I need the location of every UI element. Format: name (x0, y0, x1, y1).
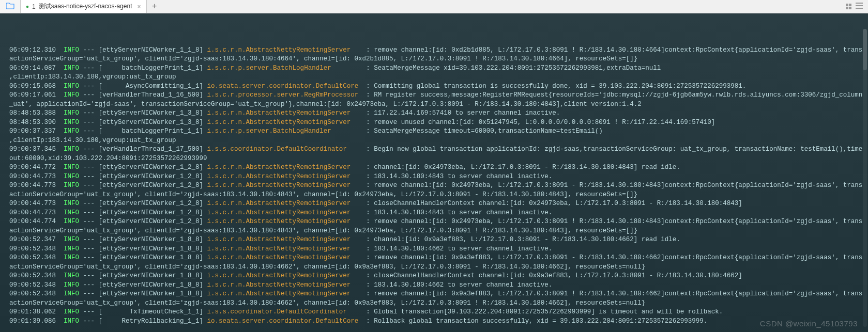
log-line: 09:00:52.347 INFO --- [ettyServerNICWork… (9, 235, 864, 245)
log-line: 06:09:12.310 INFO --- [ettyServerNICWork… (9, 46, 864, 64)
log-line: 09:00:52.348 INFO --- [ettyServerNICWork… (9, 290, 864, 308)
watermark: CSDN @weixin_45103793 (760, 319, 858, 328)
svg-rect-1 (856, 5, 863, 6)
log-line: 09:00:44.774 INFO --- [ettyServerNICWork… (9, 217, 864, 235)
dirty-indicator-icon: ● (26, 4, 29, 9)
log-line: 06:09:14.087 INFO --- [ batchLoggerPrint… (9, 64, 864, 82)
active-tab[interactable]: ● 1 测试saas-notice-yszf-nacos-agent × (21, 0, 147, 13)
list-view-icon[interactable] (856, 3, 863, 11)
log-line: 09:00:44.773 INFO --- [ettyServerNICWork… (9, 209, 864, 218)
close-icon[interactable]: × (137, 3, 141, 10)
log-console[interactable]: 06:09:12.310 INFO --- [ettyServerNICWork… (0, 13, 868, 332)
folder-tab[interactable] (0, 0, 21, 13)
view-controls (846, 0, 868, 13)
log-line: 09:00:44.773 INFO --- [ettyServerNICWork… (9, 181, 864, 199)
svg-rect-2 (856, 8, 863, 9)
log-line: 09:00:37.337 INFO --- [ batchLoggerPrint… (9, 127, 864, 145)
log-line: 09:00:52.348 INFO --- [ettyServerNICWork… (9, 272, 864, 281)
log-line: 09:00:37.345 INFO --- [verHandlerThread_… (9, 145, 864, 163)
grid-view-icon[interactable] (846, 4, 851, 9)
log-line: 09:00:52.348 INFO --- [ettyServerNICWork… (9, 245, 864, 254)
tab-bar: ● 1 测试saas-notice-yszf-nacos-agent × + (0, 0, 868, 13)
log-line: 09:00:44.773 INFO --- [ettyServerNICWork… (9, 199, 864, 209)
log-line: 09:01:39.086 INFO --- [ RetryRollbacking… (9, 317, 864, 326)
folder-icon (6, 2, 14, 11)
log-line: 09:01:38.062 INFO --- [ TxTimeoutCheck_1… (9, 308, 864, 317)
scrollbar-thumb[interactable] (863, 29, 867, 70)
log-line: 09:00:44.772 INFO --- [ettyServerNICWork… (9, 163, 864, 172)
log-line: 09:00:52.348 INFO --- [ettyServerNICWork… (9, 254, 864, 272)
new-tab-button[interactable]: + (147, 0, 162, 13)
log-line: 09:00:44.773 INFO --- [ettyServerNICWork… (9, 172, 864, 182)
tab-title: 测试saas-notice-yszf-nacos-agent (39, 2, 132, 11)
tab-badge: 1 (32, 3, 36, 10)
log-line: 06:09:17.061 INFO --- [verHandlerThread_… (9, 91, 864, 109)
log-line: 06:09:15.068 INFO --- [ AsyncCommitting_… (9, 82, 864, 91)
svg-rect-0 (856, 3, 863, 4)
log-line: 08:48:53.388 INFO --- [ettyServerNICWork… (9, 109, 864, 118)
log-line: 08:48:53.390 INFO --- [ettyServerNICWork… (9, 118, 864, 128)
log-line: 09:00:52.348 INFO --- [ettyServerNICWork… (9, 281, 864, 290)
vertical-scrollbar[interactable] (863, 29, 867, 327)
